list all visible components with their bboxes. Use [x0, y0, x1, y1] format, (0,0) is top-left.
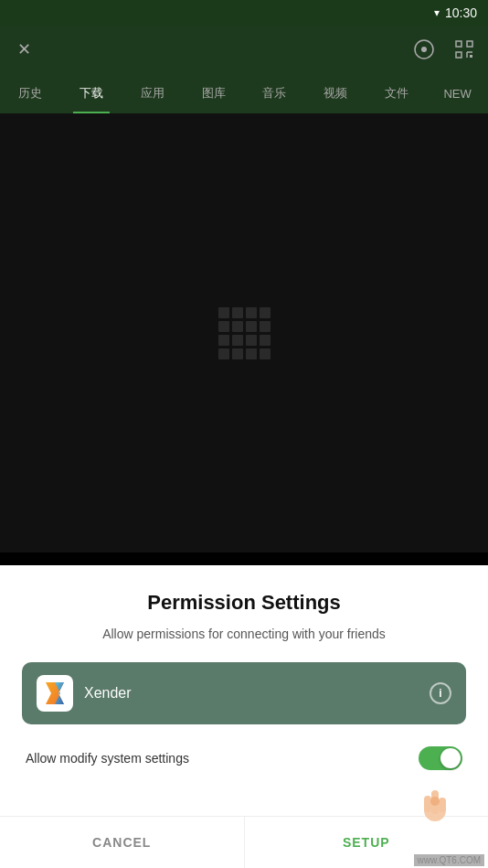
svg-rect-7 [470, 55, 472, 58]
tab-files[interactable]: 文件 [366, 73, 428, 113]
nav-icons [408, 33, 481, 66]
wifi-icon: ▾ [434, 6, 440, 19]
tab-music[interactable]: 音乐 [244, 73, 305, 113]
svg-point-14 [430, 797, 440, 806]
tab-new[interactable]: NEW [427, 73, 488, 113]
xender-logo [37, 675, 73, 712]
svg-rect-3 [467, 41, 472, 47]
svg-rect-4 [456, 52, 461, 58]
svg-point-1 [421, 47, 427, 52]
dialog-title: Permission Settings [22, 591, 466, 615]
watermark: www.QT6.COM [414, 854, 484, 866]
permission-dialog: Permission Settings Allow permissions fo… [0, 565, 488, 868]
toggle-thumb [440, 748, 461, 768]
tab-gallery[interactable]: 图库 [183, 73, 244, 113]
finger-cursor [419, 777, 451, 825]
xender-info-button[interactable]: i [430, 682, 451, 704]
status-time: 10:30 [445, 5, 477, 20]
tab-video[interactable]: 视频 [305, 73, 366, 113]
xender-card: Xender i [22, 662, 466, 724]
xender-logo-svg [40, 679, 69, 708]
tab-download[interactable]: 下载 [61, 73, 122, 113]
cursor-hint-area [22, 788, 466, 816]
dialog-subtitle: Allow permissions for connecting with yo… [22, 626, 466, 644]
tab-apps[interactable]: 应用 [122, 73, 184, 113]
tab-history[interactable]: 历史 [0, 73, 61, 113]
dialog-content: Permission Settings Allow permissions fo… [0, 565, 488, 816]
svg-rect-2 [456, 41, 461, 47]
status-bar: ▾ 10:30 [0, 0, 488, 26]
scan-icon [454, 39, 474, 59]
scan-button[interactable] [448, 33, 481, 66]
svg-rect-13 [439, 798, 446, 812]
help-button[interactable] [408, 33, 440, 66]
tab-bar: 历史 下载 应用 图库 音乐 视频 文件 NEW [0, 73, 488, 113]
top-nav: ✕ [0, 26, 488, 73]
finger-icon [419, 777, 451, 821]
close-button[interactable]: ✕ [7, 33, 40, 66]
svg-rect-12 [424, 796, 431, 812]
permission-toggle[interactable] [419, 746, 462, 770]
permission-row: Allow modify system settings [22, 739, 466, 788]
help-icon [414, 39, 434, 59]
placeholder-grid [218, 307, 271, 359]
permission-label: Allow modify system settings [26, 751, 408, 766]
cancel-button[interactable]: CANCEL [0, 817, 245, 868]
close-icon: ✕ [17, 39, 31, 59]
xender-name: Xender [84, 685, 419, 702]
content-area [0, 113, 488, 552]
